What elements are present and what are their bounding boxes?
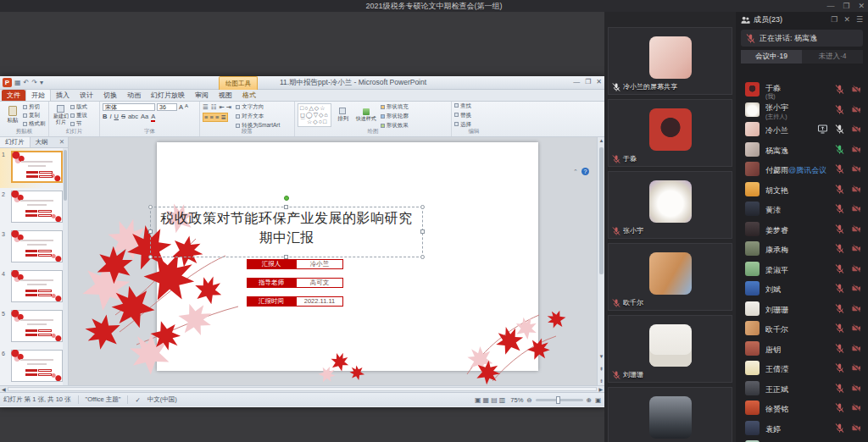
ribbon-tab[interactable]: 审阅 — [190, 90, 214, 101]
redo-icon[interactable]: ↷ — [31, 79, 37, 86]
text-direction-button[interactable]: 文字方向 — [236, 103, 280, 111]
video-tile[interactable]: 张小宇 — [608, 171, 732, 239]
popout-panel-icon[interactable]: ❐ — [831, 15, 837, 24]
slide-thumbnail[interactable]: 3 — [0, 228, 63, 268]
layout-button[interactable]: 版式 — [70, 103, 87, 111]
slides-panel-tab[interactable]: 幻灯片 — [0, 137, 31, 147]
mic-icon[interactable] — [835, 304, 844, 313]
language-indicator[interactable]: 中文(中国) — [147, 395, 177, 404]
maximize-button[interactable]: ❐ — [843, 0, 849, 12]
member-row[interactable]: 梁淑平 — [736, 259, 868, 279]
mic-icon[interactable] — [835, 224, 844, 234]
resize-handle[interactable] — [420, 205, 425, 209]
mic-icon[interactable] — [835, 85, 844, 94]
ppt-minimize-button[interactable]: — — [573, 78, 580, 86]
grow-font-button[interactable]: A — [179, 103, 183, 111]
close-panel-icon[interactable]: ✕ — [843, 15, 850, 24]
previous-slide-button[interactable]: ⇞ — [598, 366, 604, 372]
close-panel-icon[interactable]: ✕ — [56, 137, 68, 147]
mic-icon[interactable] — [835, 145, 844, 154]
paste-button[interactable]: 粘贴 — [3, 103, 23, 127]
camera-off-icon[interactable] — [852, 185, 861, 194]
camera-off-icon[interactable] — [852, 85, 861, 94]
ribbon-tab[interactable]: 设计 — [75, 90, 98, 101]
member-row[interactable]: 王正斌 — [736, 378, 868, 399]
fit-to-window-button[interactable]: ▣ — [595, 396, 601, 404]
slide-thumbnail[interactable]: 2 — [0, 188, 63, 228]
camera-off-icon[interactable] — [852, 304, 861, 313]
mic-icon[interactable] — [835, 403, 844, 412]
mic-icon[interactable] — [835, 344, 844, 353]
align-buttons[interactable]: ≡ ≡ ≡ ≣ — [203, 113, 228, 122]
minimize-ribbon-icon[interactable]: ⌃ — [573, 169, 578, 175]
ribbon-tab[interactable]: 开始 — [25, 89, 51, 101]
tab-not-joined[interactable]: 未进入·4 — [802, 50, 863, 64]
slide-scrollbar-horizontal[interactable]: ◀ ▶ — [0, 385, 604, 392]
video-tile[interactable] — [608, 387, 732, 442]
find-button[interactable]: 查找 — [454, 102, 493, 110]
close-button[interactable]: ✕ — [858, 0, 865, 12]
cut-button[interactable]: 剪切 — [23, 103, 46, 111]
slide-thumbnail[interactable]: 4 — [0, 268, 63, 307]
panel-menu-icon[interactable]: ☰ — [856, 15, 863, 24]
camera-off-icon[interactable] — [852, 403, 861, 412]
change-case-button[interactable]: Aa — [141, 113, 148, 122]
mic-icon[interactable] — [835, 204, 844, 213]
member-row[interactable]: 杨寓逸 — [736, 140, 868, 160]
slide-thumbnail[interactable]: 5 — [0, 307, 63, 347]
member-row[interactable]: 胡文艳 — [736, 180, 868, 200]
member-row[interactable]: 唐钥 — [736, 339, 868, 359]
member-row[interactable]: 刘珊珊 — [736, 299, 868, 319]
ribbon-tab[interactable]: 视图 — [214, 90, 237, 101]
ppt-close-button[interactable]: ✕ — [596, 78, 602, 86]
mic-icon[interactable] — [835, 164, 844, 174]
camera-off-icon[interactable] — [852, 164, 861, 174]
ribbon-tab[interactable]: 幻灯片放映 — [146, 90, 190, 101]
next-slide-button[interactable]: ⇟ — [598, 378, 604, 384]
ppt-maximize-button[interactable]: ❐ — [585, 78, 591, 86]
format-painter-button[interactable]: 格式刷 — [23, 120, 46, 128]
section-button[interactable]: 节 — [70, 120, 87, 128]
camera-off-icon[interactable] — [852, 105, 861, 114]
clear-formatting-button[interactable]: abc — [128, 113, 138, 122]
shape-fill-button[interactable]: 形状填充 — [381, 103, 409, 111]
zoom-in-button[interactable]: ⊕ — [587, 396, 592, 404]
camera-off-icon[interactable] — [852, 204, 861, 213]
member-row[interactable]: 姜梦睿 — [736, 219, 868, 240]
outline-panel-tab[interactable]: 大纲 — [31, 137, 53, 147]
camera-off-icon[interactable] — [852, 323, 861, 333]
slide-thumbnail[interactable]: 6 — [0, 347, 63, 385]
member-row[interactable]: 刘斌 — [736, 279, 868, 299]
mic-icon[interactable] — [835, 384, 844, 393]
powerpoint-logo-icon[interactable]: P — [3, 78, 12, 87]
replace-button[interactable]: 替换 — [454, 112, 493, 119]
mic-icon[interactable] — [835, 363, 844, 373]
slide-thumbnail[interactable]: 1 — [0, 148, 63, 188]
slide-title-textbox[interactable]: 税收政策对节能环保产业发展的影响研究 期中汇报 — [150, 207, 423, 257]
font-color-button[interactable]: A — [151, 113, 155, 122]
reset-button[interactable]: 重设 — [70, 112, 87, 119]
mic-icon[interactable] — [835, 185, 844, 194]
camera-off-icon[interactable] — [852, 145, 861, 154]
member-row[interactable]: 张婉琪 — [736, 438, 868, 442]
thumbnail-scrollbar[interactable] — [63, 148, 68, 385]
mic-icon[interactable] — [835, 105, 844, 114]
member-row[interactable]: 冷小兰 — [736, 119, 868, 140]
bold-button[interactable]: B — [103, 113, 107, 122]
bullets-button[interactable]: ☰ — [203, 103, 209, 111]
video-tile[interactable]: 刘珊珊 — [608, 315, 732, 383]
ribbon-tab[interactable]: 动画 — [122, 90, 146, 101]
ribbon-tab[interactable]: 格式 — [237, 90, 261, 101]
mic-icon[interactable] — [835, 264, 844, 273]
member-row[interactable]: 康承梅 — [736, 239, 868, 259]
member-row[interactable]: 张小宇 (主持人) — [736, 100, 868, 120]
new-slide-button[interactable]: 新建幻灯片 — [52, 103, 70, 127]
tab-in-meeting[interactable]: 会议中·19 — [741, 50, 802, 64]
mic-icon[interactable] — [835, 124, 844, 134]
camera-off-icon[interactable] — [852, 244, 861, 253]
camera-off-icon[interactable] — [852, 423, 861, 433]
camera-off-icon[interactable] — [852, 124, 861, 134]
mic-icon[interactable] — [835, 323, 844, 333]
ribbon-tab[interactable]: 插入 — [51, 90, 75, 101]
video-tile[interactable]: 冷小兰的屏幕共享 — [608, 27, 732, 95]
